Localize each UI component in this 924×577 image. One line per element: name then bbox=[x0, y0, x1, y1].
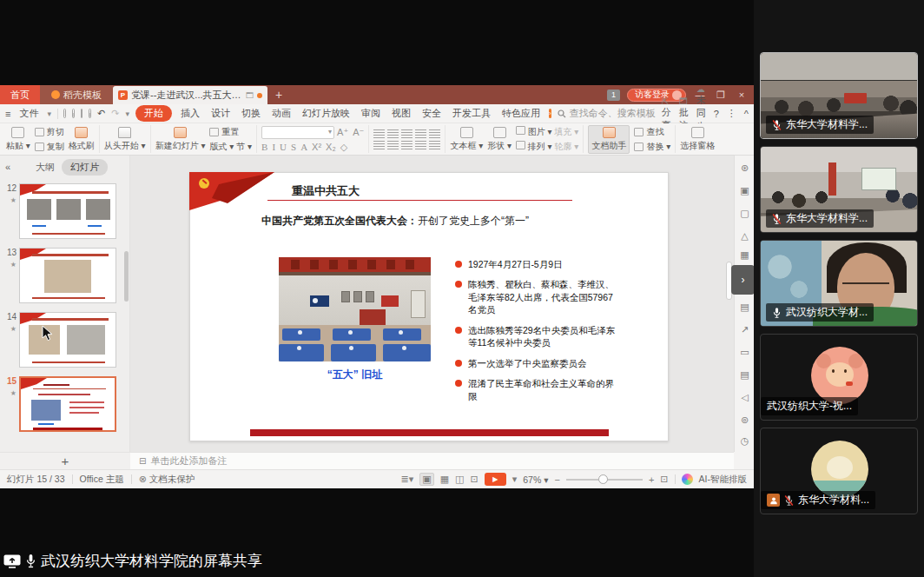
fill-button[interactable]: 填充 ▾ bbox=[555, 126, 579, 138]
doc-assistant-button[interactable]: 文档助手 bbox=[588, 125, 630, 154]
indent-increase-icon[interactable] bbox=[415, 129, 426, 138]
font-color-button[interactable]: A bbox=[300, 142, 307, 152]
zoom-slider-knob[interactable] bbox=[598, 474, 608, 484]
slide-editor-area[interactable]: 重温中共五大 中国共产党第五次全国代表大会：开创了党史上多个“第一” bbox=[130, 156, 734, 452]
command-search[interactable]: 查找命令、搜索模板 bbox=[558, 107, 656, 120]
play-from-start-button[interactable]: 从头开始 ▾ bbox=[104, 127, 146, 152]
protection-status[interactable]: ⊗ 文档未保护 bbox=[139, 474, 195, 486]
tab-docer[interactable]: 稻壳模板 bbox=[40, 85, 113, 104]
settings-icon[interactable]: ⊛ bbox=[735, 162, 755, 174]
section-button[interactable]: 节 ▾ bbox=[236, 141, 252, 153]
menu-tab-animation[interactable]: 动画 bbox=[269, 105, 294, 122]
arrange-button[interactable]: 排列 ▾ bbox=[516, 141, 552, 153]
audio-tool-icon[interactable]: ◁ bbox=[735, 392, 755, 403]
justify-icon[interactable] bbox=[415, 141, 426, 149]
menu-tab-insert[interactable]: 插入 bbox=[178, 105, 202, 122]
tab-slides[interactable]: 幻灯片 bbox=[62, 159, 108, 176]
menu-tab-review[interactable]: 审阅 bbox=[359, 105, 383, 122]
theme-name[interactable]: Office 主题 bbox=[80, 474, 124, 486]
menu-tab-slideshow[interactable]: 幻灯片放映 bbox=[300, 105, 353, 122]
participant-tile-2[interactable]: 东华大学材料学... bbox=[760, 146, 918, 233]
slide-sorter-icon[interactable]: ▦ bbox=[440, 474, 449, 485]
text-direction-icon[interactable] bbox=[429, 129, 440, 138]
shapes-button[interactable]: 形状 ▾ bbox=[487, 127, 512, 152]
replace-button[interactable]: 替换 ▾ bbox=[634, 141, 670, 153]
slide-thumbnail-12[interactable]: 12★ bbox=[3, 183, 125, 244]
menu-tab-home[interactable]: 开始 bbox=[135, 105, 172, 122]
align-right-icon[interactable] bbox=[401, 141, 412, 149]
print-preview-icon[interactable] bbox=[89, 109, 91, 118]
display-settings-icon[interactable]: ≣▾ bbox=[401, 474, 414, 485]
print-icon[interactable] bbox=[81, 109, 83, 118]
strikethrough-button[interactable]: S bbox=[291, 142, 296, 152]
undo-icon[interactable]: ↶ bbox=[97, 108, 105, 119]
slide-canvas[interactable]: 重温中共五大 中国共产党第五次全国代表大会：开创了党史上多个“第一” bbox=[189, 172, 669, 441]
shapes-tool-icon[interactable]: ▢ bbox=[735, 208, 755, 219]
outline-button[interactable]: 轮廓 ▾ bbox=[555, 141, 579, 153]
reading-view-icon[interactable]: ◫ bbox=[455, 474, 464, 485]
export-icon[interactable] bbox=[72, 109, 75, 118]
italic-button[interactable]: I bbox=[272, 142, 275, 152]
hamburger-icon[interactable]: ≡ bbox=[5, 109, 10, 119]
notification-badge[interactable]: 1 bbox=[607, 90, 620, 101]
bullet-list-icon[interactable] bbox=[373, 129, 385, 138]
layout-button[interactable]: 版式 ▾ bbox=[209, 141, 234, 153]
collapse-panel-button[interactable]: « bbox=[5, 162, 10, 172]
align-left-icon[interactable] bbox=[373, 141, 385, 149]
menu-file[interactable]: 文件 bbox=[16, 105, 41, 122]
tab-outline[interactable]: 大纲 bbox=[36, 161, 55, 174]
font-enlarge-button[interactable]: A⁺ bbox=[337, 127, 348, 138]
ai-layout-button[interactable]: AI-智能排版 bbox=[699, 474, 747, 486]
add-slide-button[interactable]: + bbox=[0, 452, 130, 469]
expand-panel-handle[interactable]: › bbox=[731, 265, 755, 295]
media-tool-icon[interactable]: ▤ bbox=[735, 369, 755, 381]
paste-button[interactable]: 粘贴 ▾ bbox=[6, 127, 30, 152]
menu-tab-security[interactable]: 安全 bbox=[419, 105, 444, 122]
zoom-level[interactable]: 67% ▾ bbox=[523, 474, 548, 485]
numbered-list-icon[interactable] bbox=[387, 129, 399, 138]
slide-thumbnail-13[interactable]: 13★ bbox=[3, 248, 125, 308]
help-button[interactable]: ? bbox=[714, 109, 719, 119]
picture-button[interactable]: 图片 ▾ bbox=[516, 126, 552, 138]
zoom-in-button[interactable]: + bbox=[649, 474, 654, 485]
more-menu-icon[interactable]: ⋮ bbox=[727, 108, 736, 119]
slide-thumbnail-15-selected[interactable]: 15★ bbox=[3, 376, 125, 437]
notes-bar[interactable]: ⊟ 单击此处添加备注 bbox=[130, 452, 734, 469]
new-slide-button[interactable]: 新建幻灯片 ▾ bbox=[155, 127, 206, 152]
clear-format-icon[interactable]: ◇ bbox=[340, 142, 347, 153]
coin-tool-icon[interactable]: ⊚ bbox=[735, 415, 755, 426]
tab-document-active[interactable]: P 党课--走进武汉...共五大-0619 🗔 bbox=[113, 86, 267, 104]
align-center-icon[interactable] bbox=[387, 141, 399, 149]
bold-button[interactable]: B bbox=[261, 142, 267, 152]
toolbar-more-icon[interactable]: ▾ bbox=[126, 109, 130, 118]
zoom-out-button[interactable]: − bbox=[554, 474, 559, 485]
reset-button[interactable]: 重置 bbox=[209, 126, 252, 138]
selection-pane-button[interactable]: 选择窗格 bbox=[680, 127, 715, 152]
textbox-button[interactable]: 文本框 ▾ bbox=[450, 127, 483, 152]
font-shrink-button[interactable]: A⁻ bbox=[353, 127, 364, 138]
grid-tool-icon[interactable]: ▦ bbox=[735, 249, 755, 261]
participant-tile-1[interactable]: 东华大学材料学... bbox=[760, 52, 918, 139]
line-spacing-icon[interactable] bbox=[429, 141, 440, 149]
history-tool-icon[interactable]: ◷ bbox=[735, 435, 755, 447]
collapse-ribbon-icon[interactable]: ^ bbox=[744, 109, 749, 119]
menu-tab-features[interactable]: 特色应用 bbox=[499, 105, 543, 122]
save-icon[interactable] bbox=[63, 109, 66, 118]
superscript-button[interactable]: X² bbox=[312, 142, 321, 152]
format-painter-button[interactable]: 格式刷 bbox=[69, 127, 95, 152]
redo-icon[interactable]: ↷ bbox=[111, 108, 119, 119]
new-tab-button[interactable]: + bbox=[267, 85, 290, 104]
normal-view-icon[interactable]: ▣ bbox=[419, 473, 433, 486]
menu-tab-devtools[interactable]: 开发工具 bbox=[450, 105, 493, 122]
font-family-select[interactable] bbox=[261, 126, 334, 139]
menu-tab-design[interactable]: 设计 bbox=[208, 105, 233, 122]
zoom-slider[interactable] bbox=[566, 479, 643, 481]
participant-tile-4[interactable]: 武汉纺织大学-祝... bbox=[760, 334, 918, 421]
design-tool-icon[interactable]: △ bbox=[735, 230, 755, 242]
play-options-icon[interactable]: ▾ bbox=[512, 474, 518, 485]
play-slideshow-button[interactable]: ▶ bbox=[485, 473, 506, 486]
slideshow-view-icon[interactable]: ⊡ bbox=[471, 474, 478, 485]
image-tool-icon[interactable]: ▤ bbox=[735, 302, 755, 313]
copy-button[interactable]: 复制 bbox=[35, 141, 64, 153]
underline-button[interactable]: U bbox=[280, 142, 287, 152]
